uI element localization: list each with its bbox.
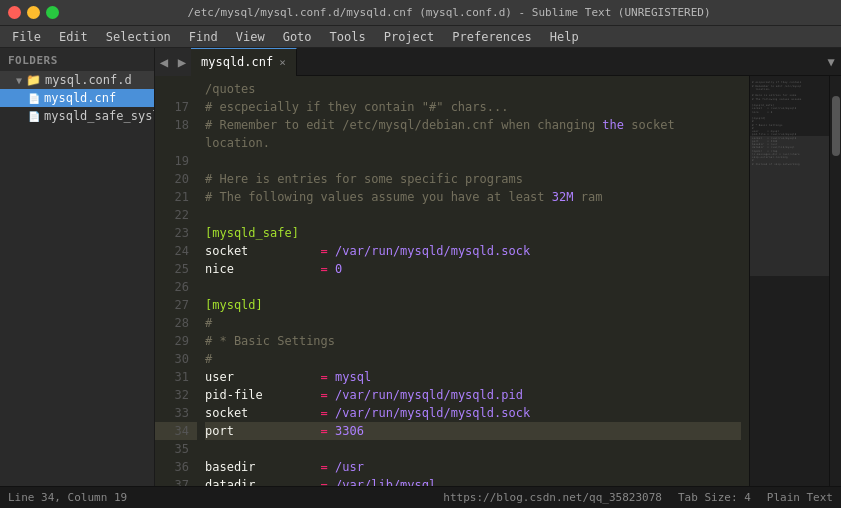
- status-bar: Line 34, Column 19 https://blog.csdn.net…: [0, 486, 841, 508]
- cursor-position: Line 34, Column 19: [8, 491, 127, 504]
- minimap-viewport: [750, 136, 829, 276]
- tab-bar: ◀ ▶ mysqld.cnf × ▼: [155, 48, 841, 76]
- expand-arrow-icon: ▼: [16, 75, 22, 86]
- tab-mysqld-cnf[interactable]: mysqld.cnf ×: [191, 48, 297, 76]
- menu-item-goto[interactable]: Goto: [275, 28, 320, 46]
- scrollbar-thumb[interactable]: [832, 96, 840, 156]
- status-url: https://blog.csdn.net/qq_35823078: [443, 491, 662, 504]
- close-button[interactable]: [8, 6, 21, 19]
- tab-size: Tab Size: 4: [678, 491, 751, 504]
- menu-item-selection[interactable]: Selection: [98, 28, 179, 46]
- sidebar: FOLDERS ▼ 📁 mysql.conf.d 📄 mysqld.cnf 📄 …: [0, 48, 155, 486]
- tab-label: mysqld.cnf: [201, 55, 273, 69]
- code-editor[interactable]: /quotes # escpecially if they contain "#…: [197, 76, 749, 486]
- file-item-mysqld-cnf[interactable]: 📄 mysqld.cnf: [0, 89, 154, 107]
- title-bar: /etc/mysql/mysql.conf.d/mysqld.cnf (mysq…: [0, 0, 841, 26]
- menu-item-file[interactable]: File: [4, 28, 49, 46]
- folder-item-mysql-confd[interactable]: ▼ 📁 mysql.conf.d: [0, 71, 154, 89]
- file-name: mysqld_safe_sysl...: [44, 109, 155, 123]
- line-numbers: 17 18 19 20 21 22 23 24 25 26 27 28 29 3…: [155, 76, 197, 486]
- menu-item-tools[interactable]: Tools: [322, 28, 374, 46]
- folders-label: FOLDERS: [0, 48, 154, 71]
- menu-item-edit[interactable]: Edit: [51, 28, 96, 46]
- nav-back-button[interactable]: ◀: [155, 48, 173, 76]
- tab-menu-button[interactable]: ▼: [821, 48, 841, 76]
- status-right: https://blog.csdn.net/qq_35823078 Tab Si…: [443, 491, 833, 504]
- maximize-button[interactable]: [46, 6, 59, 19]
- menu-item-view[interactable]: View: [228, 28, 273, 46]
- window-title: /etc/mysql/mysql.conf.d/mysqld.cnf (mysq…: [65, 6, 833, 19]
- code-wrapper: 17 18 19 20 21 22 23 24 25 26 27 28 29 3…: [155, 76, 841, 486]
- editor-area: ◀ ▶ mysqld.cnf × ▼ 17 18 19 20 21 22 23 …: [155, 48, 841, 486]
- minimize-button[interactable]: [27, 6, 40, 19]
- main-layout: FOLDERS ▼ 📁 mysql.conf.d 📄 mysqld.cnf 📄 …: [0, 48, 841, 486]
- file-icon: 📄: [28, 93, 40, 104]
- file-icon: 📄: [28, 111, 40, 122]
- menu-item-help[interactable]: Help: [542, 28, 587, 46]
- file-type: Plain Text: [767, 491, 833, 504]
- minimap: # escpecially if they contain # Remember…: [749, 76, 829, 486]
- nav-forward-button[interactable]: ▶: [173, 48, 191, 76]
- file-item-mysqld-safe[interactable]: 📄 mysqld_safe_sysl...: [0, 107, 154, 125]
- scrollbar[interactable]: [829, 76, 841, 486]
- file-name: mysqld.cnf: [44, 91, 116, 105]
- folder-name: mysql.conf.d: [45, 73, 132, 87]
- tab-close-button[interactable]: ×: [279, 56, 286, 69]
- menu-bar: FileEditSelectionFindViewGotoToolsProjec…: [0, 26, 841, 48]
- menu-item-project[interactable]: Project: [376, 28, 443, 46]
- menu-item-preferences[interactable]: Preferences: [444, 28, 539, 46]
- menu-item-find[interactable]: Find: [181, 28, 226, 46]
- folder-icon: 📁: [26, 73, 41, 87]
